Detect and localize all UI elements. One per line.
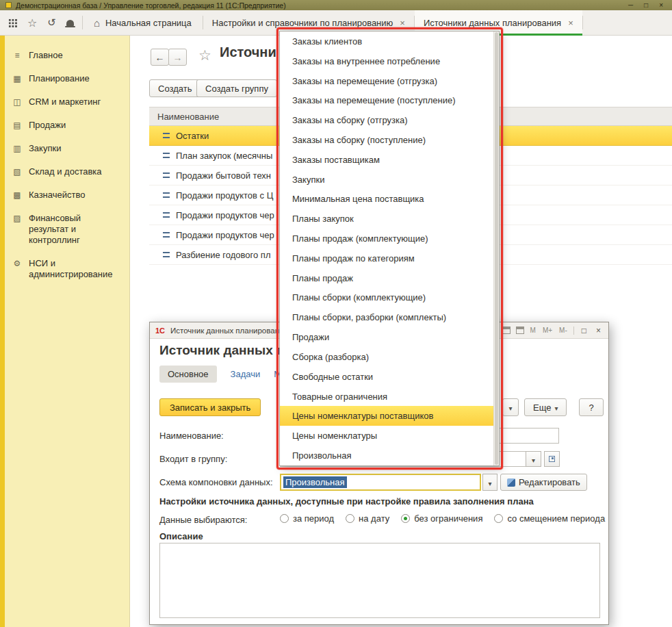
dropdown-item[interactable]: Заказы на внутреннее потребление [280,51,499,71]
radio-circle[interactable] [401,514,410,523]
save-and-close-button[interactable]: Записать и закрыть [159,398,261,416]
sidebar-item-label: Продажи [29,120,66,131]
dropdown-item[interactable]: Заказы поставщикам [280,150,499,170]
dropdown-scrollbar[interactable] [493,31,499,465]
tab-close-icon[interactable]: × [400,18,405,28]
dialog-maximize-icon[interactable]: □ [580,326,589,335]
forward-arrow-icon: → [173,52,183,63]
create-group-button[interactable]: Создать группу [196,79,277,97]
tab-close-icon[interactable]: × [568,18,573,28]
sidebar: ≡Главное▦Планирование◫CRM и маркетинг▤Пр… [0,36,130,627]
dropdown-item[interactable]: Произвольная [280,446,499,465]
tab-label: Источники данных планирования [424,18,561,28]
sidebar-item[interactable]: ⚙НСИ и администрирование [0,252,129,286]
dropdown-item[interactable]: Планы продаж (комплектующие) [280,229,499,248]
dropdown-item[interactable]: Продажи [280,327,499,347]
equals-icon [163,172,170,178]
help-button[interactable]: ? [579,398,604,416]
dropdown-item[interactable]: Планы продаж [280,268,499,288]
tab-tasks[interactable]: Задачи [231,369,261,379]
close-icon[interactable]: × [656,1,667,9]
name-label: Наименование: [159,431,224,441]
back-button[interactable]: ← [151,49,169,66]
sidebar-item-label: Казначейство [29,190,85,201]
sidebar-item-label: Главное [29,50,63,61]
dropdown-item[interactable]: Планы сборки, разборки (комплекты) [280,307,499,327]
notifications-bell-icon[interactable] [66,20,74,26]
tab-home-page[interactable]: Начальная страница [83,10,203,35]
dialog-close-icon[interactable]: × [594,326,603,335]
admin-gear-icon: ⚙ [12,258,23,269]
sales-icon: ▤ [12,120,23,131]
dropdown-item[interactable]: Сборка (разборка) [280,347,499,367]
memory-minus-button[interactable]: M- [558,327,568,334]
sidebar-item[interactable]: ▦Планирование [0,67,129,90]
group-dropdown-button[interactable] [526,451,541,467]
dropdown-item[interactable]: Планы продаж по категориям [280,248,499,268]
favorite-star-icon[interactable] [198,47,211,64]
group-choose-button[interactable] [544,451,560,467]
sidebar-item[interactable]: ≡Главное [0,44,129,67]
treasury-icon: ▩ [12,190,23,201]
back-arrow-icon: ← [155,52,165,63]
dropdown-item[interactable]: Минимальная цена поставщика [280,190,499,209]
sidebar-item[interactable]: ▨Финансовый результат и контроллинг [0,207,129,252]
radio-option[interactable]: без ограничения [401,513,482,524]
favorites-star-icon[interactable] [27,16,37,29]
radio-option[interactable]: со смещением периода [494,513,605,524]
equals-icon [163,232,170,238]
radio-circle[interactable] [346,514,354,523]
dropdown-item[interactable]: Планы сборки (комплектующие) [280,288,499,308]
memory-plus-button[interactable]: M+ [542,327,553,334]
dropdown-item[interactable]: Закупки [280,170,499,190]
history-icon[interactable] [47,16,56,29]
equals-icon [163,133,170,138]
radio-option[interactable]: на дату [346,513,389,524]
calculator-icon[interactable] [516,327,524,334]
sidebar-item[interactable]: ▥Закупки [0,137,129,160]
toolbar-overflow-button[interactable] [502,398,519,416]
dropdown-item[interactable]: Свободные остатки [280,367,499,387]
tab-main[interactable]: Основное [159,366,217,383]
dropdown-item[interactable]: Товарные ограничения [280,387,499,407]
dropdown-item[interactable]: Заказы на перемещение (поступление) [280,90,499,110]
calendar-icon[interactable] [502,327,511,334]
dropdown-item[interactable]: Заказы на перемещение (отгрузка) [280,71,499,91]
1c-logo: 1С [155,327,165,335]
radio-label: без ограничения [414,513,482,524]
home-section-icon: ≡ [12,50,23,61]
finance-icon: ▨ [12,213,23,224]
menu-grid-icon[interactable] [8,18,17,27]
equals-icon [163,212,170,218]
equals-icon [163,192,170,198]
radio-circle[interactable] [280,514,289,523]
dropdown-item[interactable]: Цены номенклатуры [280,426,499,446]
memory-button[interactable]: M [530,327,537,334]
dropdown-item[interactable]: Заказы на сборку (отгрузка) [280,110,499,130]
dropdown-item[interactable]: Цены номенклатуры поставщиков [280,406,499,426]
sidebar-item[interactable]: ▤Продажи [0,114,129,137]
edit-schema-button[interactable]: Редактировать [500,474,587,491]
sidebar-item[interactable]: ◫CRM и маркетинг [0,90,129,114]
sidebar-item[interactable]: ▧Склад и доставка [0,160,129,183]
create-button[interactable]: Создать [149,79,201,97]
sidebar-item[interactable]: ▩Казначейство [0,183,129,207]
window-titlebar: Демонстрационная база / Управление торго… [0,0,672,10]
sidebar-item-label: Финансовый результат и контроллинг [29,213,122,246]
radio-circle[interactable] [494,514,503,523]
scrollbar-thumb[interactable] [495,32,498,465]
dropdown-item[interactable]: Заказы клиентов [280,31,499,51]
row-label: Остатки [176,131,209,141]
forward-button[interactable]: → [168,49,187,66]
dropdown-item[interactable]: Заказы на сборку (поступление) [280,130,499,150]
schema-dropdown-button[interactable] [482,474,497,491]
dropdown-item[interactable]: Планы закупок [280,209,499,229]
description-textarea[interactable] [159,543,600,618]
radio-option[interactable]: за период [280,513,334,524]
minimize-icon[interactable]: ─ [625,1,636,9]
data-select-label: Данные выбираются: [159,515,247,525]
schema-dropdown-list: Заказы клиентовЗаказы на внутреннее потр… [279,31,500,466]
maximize-icon[interactable]: □ [641,1,651,9]
schema-combo-input[interactable]: Произвольная [280,474,481,491]
more-button[interactable]: Еще [524,398,567,416]
